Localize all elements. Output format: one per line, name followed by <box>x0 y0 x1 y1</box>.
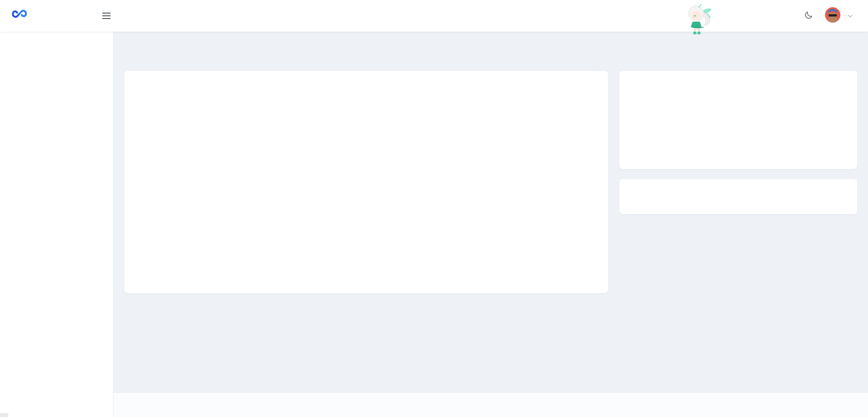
avatar <box>825 7 840 24</box>
mascot-image <box>681 2 719 36</box>
annual-sales-card <box>124 71 608 293</box>
annual-sales-bar-chart <box>138 114 384 288</box>
menu-toggle-button[interactable] <box>102 11 114 21</box>
chevron-down-icon <box>848 13 853 17</box>
moon-icon <box>804 10 813 21</box>
main-content <box>113 32 868 417</box>
card-activation-status <box>619 71 857 169</box>
app-header <box>0 0 868 32</box>
user-menu[interactable] <box>825 7 852 24</box>
brand[interactable] <box>0 9 102 23</box>
card-notice <box>619 179 857 214</box>
footer <box>113 392 868 417</box>
status-url-tooltip <box>0 413 8 417</box>
app-root <box>0 0 868 417</box>
jingyun-logo-icon <box>12 9 31 23</box>
sidebar <box>0 32 113 417</box>
dark-mode-toggle[interactable] <box>804 10 813 21</box>
